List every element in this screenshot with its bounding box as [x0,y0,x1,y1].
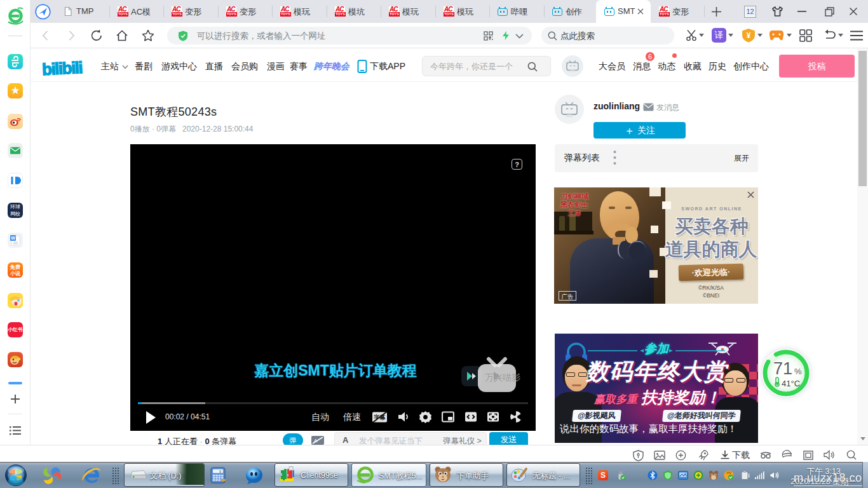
svg-text:41°C: 41°C [782,379,800,388]
svg-text:71: 71 [773,359,792,378]
svg-text:A: A [314,438,318,444]
svg-text:¥: ¥ [747,31,751,40]
svg-text:%: % [794,367,802,376]
svg-text:bilibili: bilibili [43,58,83,77]
svg-text:0: 0 [219,470,221,473]
svg-text:W: W [11,236,15,240]
